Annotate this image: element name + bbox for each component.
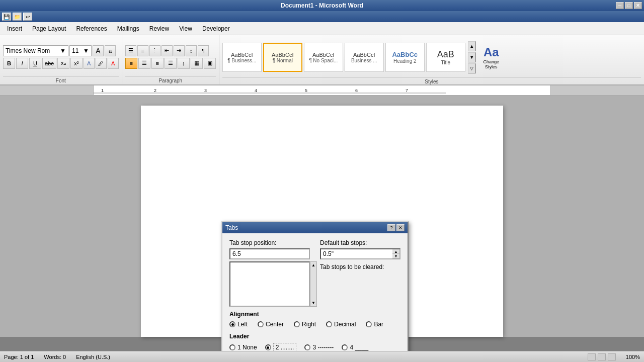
page-info: Page: 1 of 1 [4,354,34,360]
leader-dashes-radio[interactable] [304,344,310,350]
minimize-button[interactable]: ─ [616,2,624,9]
menu-view[interactable]: View [174,24,197,34]
tab-stop-position-input[interactable]: 6.5 [229,248,310,259]
alignment-decimal[interactable]: Decimal [326,321,356,328]
superscript-button[interactable]: x² [70,58,83,69]
alignment-right[interactable]: Right [294,321,316,328]
alignment-left[interactable]: Left [229,321,248,328]
style-card-normal[interactable]: AaBbCcI ¶ Normal [263,43,302,72]
alignment-bar-radio[interactable] [366,321,372,327]
tab-stop-list-container: ▲ ▼ [229,261,310,307]
print-layout-button[interactable] [588,353,596,360]
alignment-center-label: Center [266,321,284,328]
style-card-heading2[interactable]: AaBbCc Heading 2 [385,43,425,72]
italic-button[interactable]: I [16,58,28,69]
quick-save-button[interactable]: 💾 [2,13,11,21]
alignment-bar[interactable]: Bar [366,321,383,328]
alignment-decimal-radio[interactable] [326,321,332,327]
leader-underline[interactable]: 4 ____ [342,343,368,351]
styles-scroll-up[interactable]: ▲ [468,41,476,51]
close-button[interactable]: ✕ [634,2,642,9]
leader-none-radio[interactable] [229,344,235,350]
font-color-button[interactable]: A [108,58,119,69]
alignment-decimal-label: Decimal [334,321,356,328]
font-grow-button[interactable]: A [93,45,104,56]
leader-section: Leader 1 None 2 ........ [229,333,400,351]
bullets-button[interactable]: ☰ [125,45,136,56]
maximize-button[interactable]: □ [625,2,633,9]
menu-page-layout[interactable]: Page Layout [27,24,71,34]
font-size-selector[interactable]: 11 ▼ [69,45,92,56]
align-center-button[interactable]: ☰ [138,58,150,69]
underline-button[interactable]: U [29,58,41,69]
status-bar: Page: 1 of 1 Words: 0 English (U.S.) 100… [0,351,644,362]
strikethrough-button[interactable]: abc [42,58,56,69]
leader-none-label: 1 None [237,344,257,351]
line-spacing-button[interactable]: ↕ [178,58,190,69]
default-tab-stops-label: Default tab stops: [320,239,400,246]
style-card-title[interactable]: AaB Title [426,43,465,72]
font-shrink-button[interactable]: a [105,45,116,56]
text-effects-button[interactable]: A [84,58,95,69]
shading-button[interactable]: ▦ [191,58,203,69]
svg-text:7: 7 [406,88,408,93]
increase-indent-button[interactable]: ⇥ [174,45,185,56]
alignment-left-radio[interactable] [229,321,235,327]
multilevel-button[interactable]: ⋮ [149,45,160,56]
alignment-radio-group: Left Center Right [229,321,400,328]
clear-area: Tab stops to be cleared: [320,263,400,270]
subscript-button[interactable]: x₂ [57,58,69,69]
tab-stop-position-col: Tab stop position: 6.5 ▲ ▼ [229,239,310,307]
leader-dashes[interactable]: 3 -------- [304,343,334,351]
ribbon-group-paragraph: ☰ ≡ ⋮ ⇤ ⇥ ↕ ¶ ≡ ☰ ≡ ☰ ↕ ▦ [122,35,219,84]
dialog-close-button[interactable]: ✕ [396,224,405,231]
align-left-button[interactable]: ≡ [125,58,137,69]
font-name-selector[interactable]: Times New Rom ▼ [3,45,68,56]
sort-button[interactable]: ↕ [186,45,197,56]
numbering-button[interactable]: ≡ [137,45,148,56]
full-screen-button[interactable] [598,353,606,360]
ribbon-font-top: Times New Rom ▼ 11 ▼ A a B I U [3,37,119,76]
spinbox-up-button[interactable]: ▲ [392,249,399,254]
style-card-no-spacing[interactable]: AaBbCcI ¶ No Spaci... [304,43,343,72]
alignment-center[interactable]: Center [258,321,284,328]
leader-underline-radio[interactable] [342,344,348,350]
leader-title: Leader [229,333,400,340]
styles-more[interactable]: ▽ [468,63,476,73]
styles-scroll-down[interactable]: ▼ [468,52,476,62]
dialog-title: Tabs [225,224,238,231]
quick-folder-button[interactable]: 📁 [13,13,22,21]
decrease-indent-button[interactable]: ⇤ [162,45,173,56]
spinbox-down-button[interactable]: ▼ [392,254,399,258]
justify-button[interactable]: ☰ [165,58,177,69]
leader-none[interactable]: 1 None [229,343,257,351]
style-card-business2[interactable]: AaBbCcI Business ... [345,43,384,72]
menu-developer[interactable]: Developer [197,24,235,34]
menu-review[interactable]: Review [144,24,174,34]
paragraph-group-label: Paragraph [125,76,216,83]
change-styles-button[interactable]: Aa Change Styles [477,37,505,77]
title-bar-text: Document1 - Microsoft Word [281,2,363,9]
highlight-button[interactable]: 🖊 [96,58,107,69]
tab-stop-list[interactable] [229,261,310,307]
default-tab-stops-input[interactable]: 0.5" [320,248,392,259]
menu-references[interactable]: References [71,24,112,34]
alignment-right-radio[interactable] [294,321,300,327]
style-card-business1[interactable]: AaBbCcI ¶ Business... [222,43,262,72]
bold-button[interactable]: B [3,58,15,69]
list-scrollbar[interactable]: ▲ ▼ [310,261,317,307]
leader-dots-radio[interactable] [265,344,271,350]
quick-undo-button[interactable]: ↩ [23,13,32,21]
borders-button[interactable]: ▣ [204,58,216,69]
web-layout-button[interactable] [608,353,616,360]
menu-mailings[interactable]: Mailings [112,24,144,34]
leader-dots[interactable]: 2 ........ [265,343,297,351]
show-formatting-button[interactable]: ¶ [198,45,209,56]
title-bar: Document1 - Microsoft Word ─ □ ✕ [0,0,644,11]
dialog-help-button[interactable]: ? [387,224,395,231]
default-tab-stops-spinbox[interactable]: 0.5" ▲ ▼ [320,248,400,259]
menu-insert[interactable]: Insert [2,24,27,34]
align-right-button[interactable]: ≡ [151,58,164,69]
language-info: English (U.S.) [76,354,110,360]
alignment-center-radio[interactable] [258,321,264,327]
